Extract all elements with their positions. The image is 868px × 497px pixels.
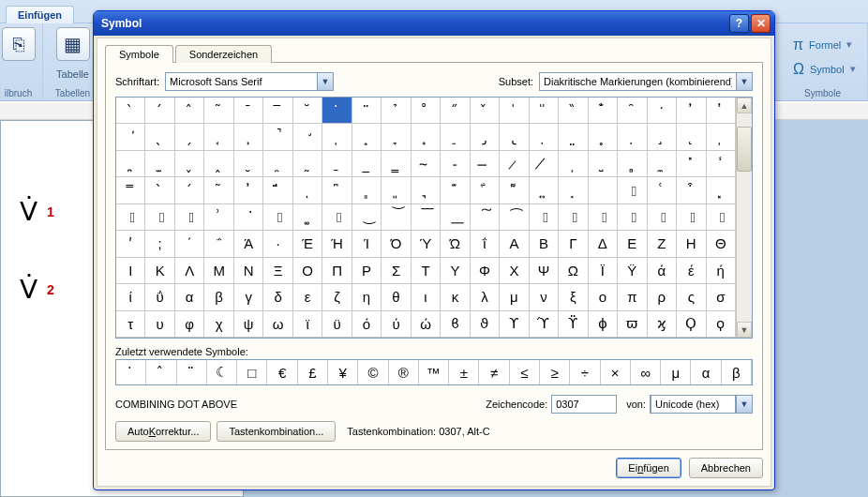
symbol-cell[interactable]: ̙ <box>234 124 263 150</box>
symbol-cell[interactable]: ρ <box>648 284 677 310</box>
symbol-cell[interactable]: ͐ <box>618 177 647 203</box>
symbol-cell[interactable]: ̗ <box>175 124 204 150</box>
recent-cell[interactable]: × <box>601 360 631 384</box>
tab-sonderzeichen[interactable]: Sonderzeichen <box>175 45 272 63</box>
symbol-cell[interactable]: ̖ <box>145 124 174 150</box>
symbol-cell[interactable]: Ϊ <box>589 258 618 284</box>
symbol-cell[interactable]: ΅ <box>204 231 233 257</box>
subset-input[interactable] <box>540 74 736 89</box>
scroll-thumb[interactable] <box>737 127 752 172</box>
symbol-cell[interactable]: ̲ <box>352 151 382 177</box>
symbol-cell[interactable]: ͇ <box>352 177 382 203</box>
symbol-cell[interactable]: ́ <box>175 177 204 203</box>
recent-cell[interactable]: □ <box>237 360 267 384</box>
symbol-cell[interactable]: ϊ <box>293 311 322 338</box>
symbol-cell[interactable]: ͙ <box>263 204 292 231</box>
symbol-cell[interactable]: Ο <box>293 258 322 284</box>
symbol-cell[interactable]: ͟ <box>441 204 470 231</box>
symbol-cell[interactable]: ̶ <box>471 151 500 177</box>
symbol-cell[interactable]: ι <box>412 284 441 310</box>
recent-cell[interactable]: ̂ <box>146 360 176 384</box>
symbol-cell[interactable]: Η <box>677 231 706 257</box>
symbol-cell[interactable]: Ρ <box>352 258 382 284</box>
symbol-cell[interactable]: ̂ <box>175 98 204 124</box>
symbol-cell[interactable]: ̻ <box>618 151 647 177</box>
symbol-cell[interactable]: ͛ <box>322 204 352 231</box>
symbol-cell[interactable]: Τ <box>412 258 441 284</box>
symbol-cell[interactable]: ̵ <box>441 151 470 177</box>
symbol-cell[interactable]: ̌ <box>471 98 500 124</box>
symbol-cell[interactable]: ̣ <box>530 124 559 150</box>
cancel-button[interactable]: Abbrechen <box>689 458 763 478</box>
symbol-cell[interactable]: ͚ <box>293 204 322 231</box>
symbol-cell[interactable]: π <box>618 284 647 310</box>
symbol-cell[interactable]: Π <box>322 258 352 284</box>
symbol-cell[interactable]: ϋ <box>322 311 352 338</box>
symbol-cell[interactable]: ͤ <box>530 204 559 231</box>
symbol-cell[interactable]: ̔ <box>707 98 736 124</box>
font-combo[interactable]: ▼ <box>165 72 334 91</box>
recent-cell[interactable]: β <box>722 360 752 384</box>
symbol-cell[interactable]: Ώ <box>441 231 470 257</box>
symbol-cell[interactable]: β <box>204 284 233 310</box>
symbol-cell[interactable]: κ <box>441 284 470 310</box>
symbol-cell[interactable]: ͥ <box>559 204 588 231</box>
recent-cell[interactable]: ̈ <box>177 360 207 384</box>
symbol-cell[interactable]: ϒ <box>500 311 529 338</box>
autokorrektur-button[interactable]: AutoKorrektur... <box>115 421 211 442</box>
symbol-cell[interactable]: ̈́ <box>263 177 292 203</box>
symbol-cell[interactable]: ̈ <box>352 98 382 124</box>
symbol-cell[interactable]: Ξ <box>263 258 292 284</box>
symbol-cell[interactable]: ͨ <box>648 204 677 231</box>
symbol-cell[interactable]: ώ <box>412 311 441 338</box>
insert-button[interactable]: Einfügen <box>616 458 681 478</box>
symbol-cell[interactable]: ͞ <box>412 204 441 231</box>
symbol-cell[interactable]: ͝ <box>382 204 411 231</box>
symbol-cell[interactable]: ̞ <box>382 124 411 150</box>
symbol-cell[interactable]: ̆ <box>293 98 322 124</box>
chevron-down-icon[interactable]: ▼ <box>736 73 752 90</box>
symbol-cell[interactable]: μ <box>500 284 529 310</box>
symbol-cell[interactable]: ͂ <box>204 177 233 203</box>
symbol-cell[interactable]: ̤ <box>559 124 588 150</box>
symbol-cell[interactable]: ̇ <box>322 98 352 124</box>
symbol-cell[interactable]: ϐ <box>441 311 470 338</box>
symbol-cell[interactable]: ̺ <box>589 151 618 177</box>
scroll-down-icon[interactable]: ▼ <box>737 322 752 338</box>
symbol-cell[interactable]: ̪ <box>116 151 145 177</box>
symbol-cell[interactable]: ϔ <box>559 311 588 338</box>
symbol-cell[interactable]: ΰ <box>145 284 174 310</box>
symbol-cell[interactable]: η <box>352 284 382 310</box>
symbol-cell[interactable]: ͍ <box>530 177 559 203</box>
symbol-cell[interactable]: ς <box>677 284 706 310</box>
symbol-cell[interactable]: ͆ <box>322 177 352 203</box>
symbol-cell[interactable]: έ <box>677 258 706 284</box>
symbol-cell[interactable]: Α <box>500 231 529 257</box>
symbol-cell[interactable]: ͩ <box>677 204 706 231</box>
recent-cell[interactable]: ¥ <box>328 360 358 384</box>
symbol-cell[interactable]: ̀ <box>116 98 145 124</box>
symbol-cell[interactable]: Ψ <box>530 258 559 284</box>
formel-button[interactable]: π Formel ▾ <box>787 34 858 56</box>
symbol-cell[interactable]: ̫ <box>145 151 174 177</box>
symbol-cell[interactable]: ͔ <box>116 204 145 231</box>
symbol-cell[interactable]: γ <box>234 284 263 310</box>
symbol-cell[interactable]: ή <box>707 258 736 284</box>
symbol-cell[interactable]: ͗ <box>204 204 233 231</box>
symbol-cell[interactable]: ύ <box>382 311 411 338</box>
symbol-cell[interactable]: φ <box>175 311 204 338</box>
symbol-cell[interactable]: ο <box>589 284 618 310</box>
symbol-cell[interactable]: ϙ <box>707 311 736 338</box>
symbol-cell[interactable]: ͧ <box>618 204 647 231</box>
recent-cell[interactable]: ≤ <box>510 360 540 384</box>
recent-cell[interactable]: ± <box>449 360 479 384</box>
symbol-cell[interactable]: λ <box>471 284 500 310</box>
symbol-cell[interactable]: Γ <box>559 231 588 257</box>
from-combo[interactable]: ▼ <box>650 395 753 414</box>
symbol-cell[interactable]: ͘ <box>234 204 263 231</box>
symbol-cell[interactable]: Θ <box>707 231 736 257</box>
symbol-cell[interactable]: ̴ <box>412 151 441 177</box>
symbol-cell[interactable]: ̚ <box>263 124 292 150</box>
symbol-cell[interactable]: Ί <box>352 231 382 257</box>
symbol-cell[interactable]: Ε <box>618 231 647 257</box>
